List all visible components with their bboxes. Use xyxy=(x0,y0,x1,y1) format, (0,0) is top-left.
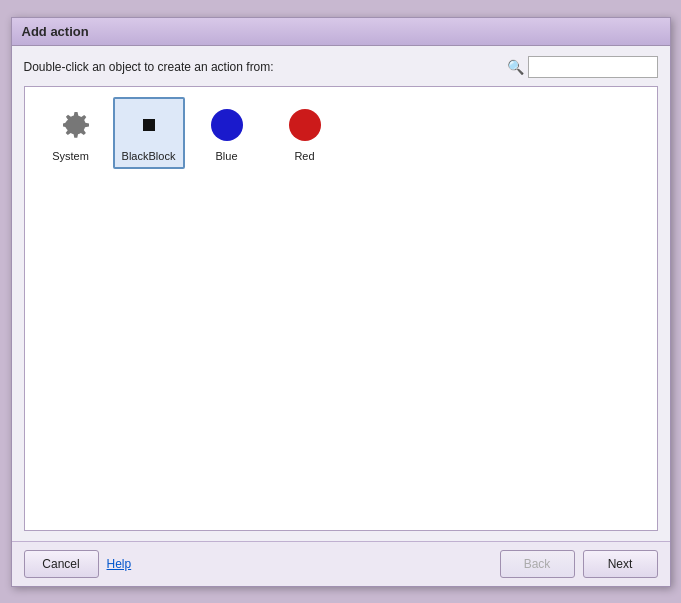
object-icon-system xyxy=(50,104,92,146)
object-icon-blue xyxy=(206,104,248,146)
svg-point-2 xyxy=(289,109,321,141)
object-item-blackblock[interactable]: BlackBlock xyxy=(113,97,185,169)
instruction-text: Double-click an object to create an acti… xyxy=(24,60,274,74)
object-label-blue: Blue xyxy=(215,150,237,162)
object-item-red[interactable]: Red xyxy=(269,97,341,169)
search-input[interactable] xyxy=(528,56,658,78)
dialog-content: Double-click an object to create an acti… xyxy=(12,46,670,541)
dialog-title: Add action xyxy=(22,24,89,39)
search-icon: 🔍 xyxy=(507,59,524,75)
svg-point-1 xyxy=(211,109,243,141)
add-action-dialog: Add action Double-click an object to cre… xyxy=(11,17,671,587)
cancel-button[interactable]: Cancel xyxy=(24,550,99,578)
back-button[interactable]: Back xyxy=(500,550,575,578)
dialog-title-bar: Add action xyxy=(12,18,670,46)
object-label-blackblock: BlackBlock xyxy=(122,150,176,162)
help-button[interactable]: Help xyxy=(107,557,132,571)
object-label-system: System xyxy=(52,150,89,162)
object-item-system[interactable]: System xyxy=(35,97,107,169)
object-item-blue[interactable]: Blue xyxy=(191,97,263,169)
search-box: 🔍 xyxy=(507,56,658,78)
blackblock-icon xyxy=(129,105,169,145)
footer-right: Back Next xyxy=(500,550,658,578)
svg-rect-0 xyxy=(143,119,155,131)
objects-area: System BlackBlock Blue Red xyxy=(24,86,658,531)
red-circle-icon xyxy=(285,105,325,145)
instruction-row: Double-click an object to create an acti… xyxy=(24,56,658,78)
footer-left: Cancel Help xyxy=(24,550,132,578)
dialog-footer: Cancel Help Back Next xyxy=(12,541,670,586)
object-icon-red xyxy=(284,104,326,146)
object-label-red: Red xyxy=(294,150,314,162)
gear-icon xyxy=(51,105,91,145)
blue-circle-icon xyxy=(207,105,247,145)
next-button[interactable]: Next xyxy=(583,550,658,578)
object-icon-blackblock xyxy=(128,104,170,146)
